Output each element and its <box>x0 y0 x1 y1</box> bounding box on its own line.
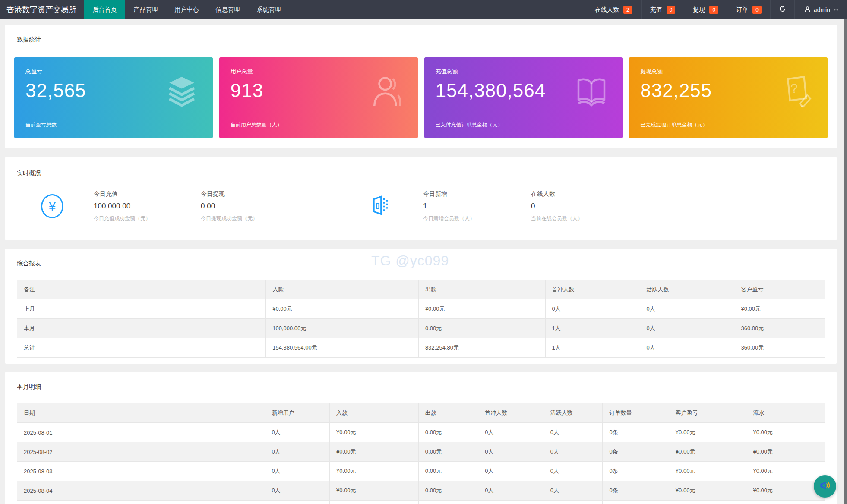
overview-row: ¥今日充值100,000.00今日充值成功金额（元）今日提现0.00今日提现成功… <box>17 190 825 222</box>
nav-stat-2[interactable]: 充值0 <box>641 0 684 19</box>
detail-table-cell: ¥0.00元 <box>746 501 825 504</box>
report-column-header: 首冲人数 <box>545 280 640 299</box>
detail-table-row: 2025-08-040人¥0.00元0.00元0人0人0条¥0.00元¥0.00… <box>17 481 825 501</box>
nav-item-5[interactable]: 系统管理 <box>248 0 289 19</box>
stat-card-3: 充值总额154,380,564已支付充值订单总金额（元） <box>424 57 623 138</box>
detail-table-cell: ¥0.00元 <box>746 462 825 481</box>
report-table-cell: 832,254.80元 <box>418 338 545 358</box>
detail-table-cell: 2025-08-01 <box>17 423 265 442</box>
nav-item-3[interactable]: 用户中心 <box>166 0 207 19</box>
layers-icon <box>164 75 199 109</box>
top-navbar: 香港数字资产交易所 后台首页产品管理用户中心信息管理系统管理 在线人数2充值0提… <box>0 0 847 19</box>
detail-table-cell: ¥0.00元 <box>330 501 419 504</box>
nav-item-2[interactable]: 产品管理 <box>125 0 166 19</box>
detail-table-cell: ¥0.00元 <box>330 423 419 442</box>
detail-table-cell: 0.00元 <box>418 481 478 501</box>
overview-panel: 实时概况 ¥今日充值100,000.00今日充值成功金额（元）今日提现0.00今… <box>5 157 837 240</box>
report-table: 备注入款出款首冲人数活跃人数客户盈亏 上月¥0.00元¥0.00元0人0人¥0.… <box>17 280 825 358</box>
nav-item-4[interactable]: 信息管理 <box>207 0 248 19</box>
watermark: TG @yc099 <box>371 253 449 269</box>
detail-table-cell: 2025-08-05 <box>17 501 265 504</box>
detail-column-header: 首冲人数 <box>478 403 544 423</box>
detail-table-cell: ¥0.00元 <box>746 423 825 442</box>
stat-card-1: 总盈亏32,565当前盈亏总数 <box>14 57 213 138</box>
detail-table-cell: 0人 <box>265 462 330 481</box>
book-icon <box>574 75 609 109</box>
report-table-cell: ¥0.00元 <box>734 299 825 319</box>
detail-table-cell: 0人 <box>544 423 603 442</box>
chevron-up-icon <box>834 9 838 13</box>
overview-label: 在线人数 <box>531 190 639 198</box>
building-icon <box>369 194 392 219</box>
report-table-cell: 100,000.00元 <box>266 319 419 338</box>
overview-desc: 今日新增会员数（人） <box>423 215 531 222</box>
refresh-icon <box>779 5 786 14</box>
report-table-cell: 0.00元 <box>418 319 545 338</box>
overview-value: 0 <box>531 202 639 211</box>
detail-body: 2025-08-010人¥0.00元0.00元0人0人0条¥0.00元¥0.00… <box>17 423 825 504</box>
report-header-row: 备注入款出款首冲人数活跃人数客户盈亏 <box>17 280 825 299</box>
nav-stat-1[interactable]: 在线人数2 <box>586 0 641 19</box>
report-table-cell: 1人 <box>545 319 640 338</box>
vertical-scrollbar[interactable] <box>844 19 847 504</box>
stats-panel: 数据统计 总盈亏32,565当前盈亏总数用户总量913当前用户总数量（人）充值总… <box>5 25 837 148</box>
overview-item-1: 今日充值100,000.00今日充值成功金额（元） <box>94 190 201 222</box>
yen-circle-icon: ¥ <box>41 194 63 218</box>
brand-title: 香港数字资产交易所 <box>0 0 84 19</box>
user-menu[interactable]: admin <box>794 0 847 19</box>
detail-table-cell: 0.00元 <box>418 423 478 442</box>
detail-table-cell: 0人 <box>265 481 330 501</box>
overview-item-4: 在线人数0当前在线会员数（人） <box>531 190 639 222</box>
detail-table-cell: ¥0.00元 <box>669 501 746 504</box>
sound-fab-button[interactable] <box>814 475 836 498</box>
report-table-cell: 上月 <box>17 299 266 319</box>
detail-table-cell: 0人 <box>478 423 544 442</box>
report-column-header: 入款 <box>266 280 419 299</box>
detail-column-header: 流水 <box>746 403 825 423</box>
nav-stat-badge: 0 <box>752 6 762 14</box>
nav-item-1[interactable]: 后台首页 <box>84 0 125 19</box>
detail-table-cell: 0.00元 <box>418 442 478 462</box>
detail-table-cell: 0人 <box>478 501 544 504</box>
detail-table-cell: ¥0.00元 <box>669 462 746 481</box>
detail-table-cell: 0人 <box>265 501 330 504</box>
detail-table-cell: 2025-08-03 <box>17 462 265 481</box>
report-table-cell: 0人 <box>545 299 640 319</box>
detail-table-cell: 0条 <box>603 442 669 462</box>
detail-table-cell: 2025-08-04 <box>17 481 265 501</box>
report-body: 上月¥0.00元¥0.00元0人0人¥0.00元本月100,000.00元0.0… <box>17 299 825 358</box>
detail-column-header: 入款 <box>330 403 419 423</box>
stat-card-desc: 已完成提现订单总金额（元） <box>640 121 816 129</box>
detail-column-header: 日期 <box>17 403 265 423</box>
stat-card-4: 提现总额832,255已完成提现订单总金额（元）? <box>629 57 828 138</box>
detail-table-row: 2025-08-020人¥0.00元0.00元0人0人0条¥0.00元¥0.00… <box>17 442 825 462</box>
report-table-cell: 1人 <box>545 338 640 358</box>
detail-table-cell: 0人 <box>478 462 544 481</box>
speaker-icon <box>819 479 831 494</box>
report-table-row: 本月100,000.00元0.00元1人0人360.00元 <box>17 319 825 338</box>
detail-column-header: 客户盈亏 <box>669 403 746 423</box>
report-table-cell: 总计 <box>17 338 266 358</box>
detail-panel-title: 本月明细 <box>17 383 825 391</box>
detail-table-cell: 0人 <box>544 481 603 501</box>
nav-stat-label: 提现 <box>693 6 705 14</box>
overview-value: 100,000.00 <box>94 202 201 211</box>
stat-card-desc: 已支付充值订单总金额（元） <box>436 121 612 129</box>
nav-stat-4[interactable]: 订单0 <box>727 0 770 19</box>
detail-table-cell: ¥0.00元 <box>330 462 419 481</box>
report-column-header: 活跃人数 <box>640 280 734 299</box>
detail-table-row: 2025-08-010人¥0.00元0.00元0人0人0条¥0.00元¥0.00… <box>17 423 825 442</box>
nav-stats: 在线人数2充值0提现0订单0 <box>586 0 770 19</box>
overview-desc: 今日充值成功金额（元） <box>94 215 201 222</box>
detail-table-cell: 0人 <box>478 442 544 462</box>
overview-label: 今日提现 <box>201 190 308 198</box>
nav-stat-3[interactable]: 提现0 <box>684 0 727 19</box>
stat-card-desc: 当前用户总数量（人） <box>231 121 407 129</box>
detail-column-header: 新增用户 <box>265 403 330 423</box>
detail-column-header: 活跃人数 <box>544 403 603 423</box>
detail-column-header: 订单数量 <box>603 403 669 423</box>
detail-table-row: 2025-08-050人¥0.00元0.00元0人0人0条¥0.00元¥0.00… <box>17 501 825 504</box>
refresh-button[interactable] <box>770 0 794 19</box>
nav-spacer <box>289 0 586 19</box>
detail-header-row: 日期新增用户入款出款首冲人数活跃人数订单数量客户盈亏流水 <box>17 403 825 423</box>
